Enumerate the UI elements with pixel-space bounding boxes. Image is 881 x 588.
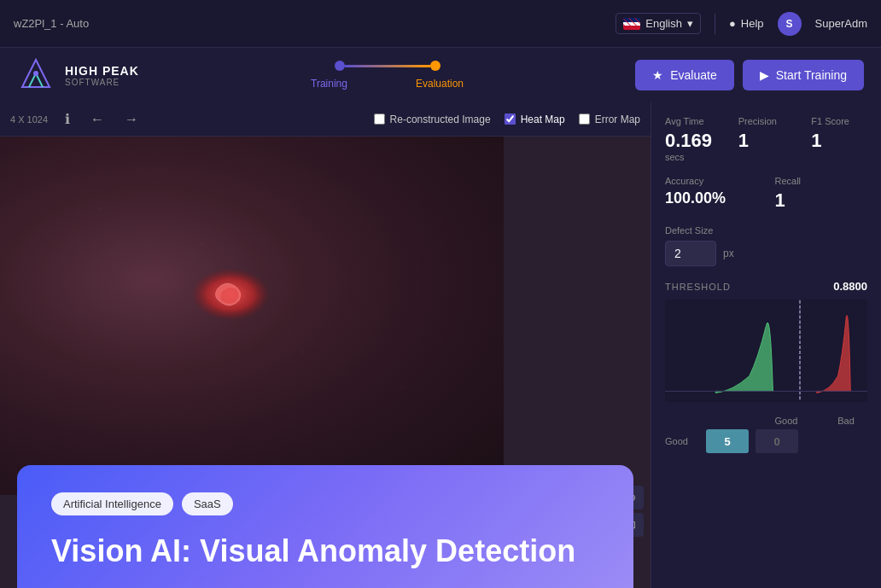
precision-value: 1 [738, 130, 795, 152]
user-avatar: S [778, 12, 802, 36]
step-label-evaluation: Evaluation [416, 78, 464, 90]
precision-label: Precision [738, 116, 795, 126]
main-content: 4 X 1024 ℹ ← → Re-constructed Image Heat… [0, 102, 881, 588]
matrix-cell-gb: 0 [756, 429, 798, 453]
step-dot-area [335, 61, 440, 71]
logo-name-software: SOFTWARE [65, 78, 139, 87]
f1-label: F1 Score [811, 116, 867, 126]
evaluate-label: Evaluate [670, 68, 716, 82]
reconstructed-image-checkbox[interactable] [374, 114, 385, 125]
help-button[interactable]: ● Help [729, 17, 764, 30]
matrix-col-good: Good [765, 416, 808, 426]
defect-size-section: Defect Size px [665, 225, 867, 266]
user-name: SuperAdm [815, 17, 867, 30]
next-button[interactable]: → [121, 110, 142, 129]
overlay-card: Artificial Intelligence SaaS Vision AI: … [17, 465, 633, 588]
language-selector[interactable]: English ▾ [616, 13, 701, 34]
matrix-row-good: Good 5 0 [665, 429, 867, 453]
defect-size-input-row: px [665, 241, 867, 266]
divider [715, 14, 715, 34]
heatmap-checkbox[interactable] [505, 114, 516, 125]
defect-blob [188, 265, 273, 324]
logo-icon [17, 56, 55, 94]
step-dot-evaluation [430, 61, 440, 71]
language-label: English [645, 17, 682, 30]
tag-ai: Artificial Intelligence [51, 492, 173, 515]
matrix-cell-gg: 5 [706, 429, 749, 453]
logo-text: HIGH PEAK SOFTWARE [65, 64, 139, 87]
error-map-label: Error Map [595, 114, 640, 125]
heatmap-label: Heat Map [521, 114, 565, 125]
precision-metric: Precision 1 [738, 116, 795, 162]
reconstructed-image-label: Re-constructed Image [390, 114, 491, 125]
evaluate-button[interactable]: ★ Evaluate [635, 60, 733, 90]
image-display: Artificial Intelligence SaaS Vision AI: … [0, 137, 651, 588]
f1-metric: F1 Score 1 [811, 116, 867, 162]
progress-steps: Training Evaluation [311, 61, 464, 90]
recall-metric: Recall 1 [775, 176, 868, 212]
defect-size-label: Defect Size [665, 225, 867, 236]
svg-point-3 [33, 71, 38, 76]
threshold-chart [665, 300, 867, 402]
confusion-matrix: Good Bad Good 5 0 [665, 416, 867, 453]
start-training-button[interactable]: ▶ Start Training [743, 60, 864, 90]
image-toolbar: 4 X 1024 ℹ ← → Re-constructed Image Heat… [0, 102, 651, 137]
threshold-label: THRESHOLD [665, 282, 731, 292]
error-map-checkbox-label[interactable]: Error Map [579, 114, 640, 125]
defect-size-input[interactable] [665, 241, 716, 266]
info-button[interactable]: ℹ [61, 109, 73, 129]
star-icon: ★ [652, 68, 663, 82]
logobar: HIGH PEAK SOFTWARE Training Evaluation ★… [0, 48, 881, 102]
metric-row-2: Accuracy 100.00% Recall 1 [665, 176, 867, 212]
recall-value: 1 [775, 189, 868, 212]
chevron-down-icon: ▾ [687, 17, 693, 30]
start-training-label: Start Training [776, 68, 847, 82]
matrix-header: Good Bad [665, 416, 867, 426]
threshold-value: 0.8800 [833, 280, 867, 293]
help-label: Help [741, 17, 764, 30]
matrix-row-label-good: Good [665, 436, 699, 446]
avg-time-label: Avg Time [665, 116, 721, 126]
threshold-section: THRESHOLD 0.8800 [665, 280, 867, 402]
card-title: Vision AI: Visual Anomaly Detection [51, 533, 599, 569]
accuracy-label: Accuracy [665, 176, 758, 186]
page-title: wZ2Pl_1 - Auto [14, 17, 89, 30]
threshold-header: THRESHOLD 0.8800 [665, 280, 867, 293]
flag-icon [623, 18, 640, 30]
px-label: px [723, 247, 734, 259]
step-training: Training Evaluation [311, 61, 464, 90]
metrics-panel: Avg Time 0.169 secs Precision 1 F1 Score… [651, 102, 881, 588]
avg-time-unit: secs [665, 152, 721, 162]
topbar-right: English ▾ ● Help S SuperAdm [616, 12, 867, 36]
recall-label: Recall [775, 176, 868, 186]
image-size-label: 4 X 1024 [10, 114, 48, 125]
step-dot-training [335, 61, 345, 71]
tag-saas: SaaS [182, 492, 233, 515]
step-label-training: Training [311, 78, 347, 90]
play-icon: ▶ [760, 68, 769, 82]
avg-time-metric: Avg Time 0.169 secs [665, 116, 721, 162]
tags-row: Artificial Intelligence SaaS [51, 492, 599, 515]
topbar: wZ2Pl_1 - Auto English ▾ ● Help S SuperA… [0, 0, 881, 48]
logo-area: HIGH PEAK SOFTWARE [17, 56, 139, 94]
metric-row-1: Avg Time 0.169 secs Precision 1 F1 Score… [665, 116, 867, 162]
action-buttons: ★ Evaluate ▶ Start Training [635, 60, 864, 90]
f1-value: 1 [811, 130, 867, 152]
image-panel: 4 X 1024 ℹ ← → Re-constructed Image Heat… [0, 102, 651, 588]
question-icon: ● [729, 17, 736, 30]
accuracy-value: 100.00% [665, 189, 758, 207]
step-connector [345, 65, 430, 67]
reconstructed-image-checkbox-label[interactable]: Re-constructed Image [374, 114, 491, 125]
prev-button[interactable]: ← [87, 110, 108, 129]
topbar-left: wZ2Pl_1 - Auto [14, 17, 89, 30]
heatmap-checkbox-label[interactable]: Heat Map [505, 114, 565, 125]
accuracy-metric: Accuracy 100.00% [665, 176, 758, 212]
avg-time-value: 0.169 [665, 130, 721, 152]
matrix-col-bad: Bad [825, 416, 867, 426]
user-initial: S [786, 18, 793, 30]
error-map-checkbox[interactable] [579, 114, 590, 125]
logo-name-high: HIGH PEAK [65, 64, 139, 78]
